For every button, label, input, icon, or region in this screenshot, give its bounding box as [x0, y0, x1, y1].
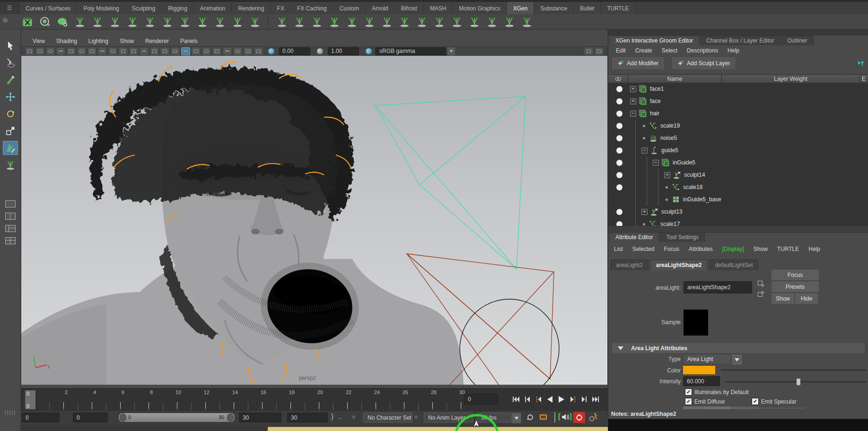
ae-menu-display[interactable]: [Display] [718, 246, 749, 252]
comb-right-icon[interactable] [363, 15, 376, 28]
lights-icon[interactable] [202, 47, 211, 55]
type-dropdown[interactable]: Area Light [683, 354, 731, 364]
visibility-column-header[interactable] [608, 75, 628, 83]
select-tool[interactable] [3, 39, 18, 53]
shelf-tab-curves-surfaces[interactable]: Curves / Surfaces [19, 2, 77, 14]
tree-row-face[interactable]: +face [608, 95, 868, 107]
grease-pencil-icon[interactable] [88, 47, 96, 55]
illuminates-checkbox[interactable] [685, 388, 692, 396]
expand-icon[interactable]: + [630, 86, 636, 92]
shelf-tab-rigging[interactable]: Rigging [162, 2, 194, 14]
vp-menu-renderer[interactable]: Renderer [140, 38, 174, 44]
strand-cut-icon[interactable] [231, 15, 244, 28]
smooth-brush-icon[interactable] [398, 15, 411, 28]
safe-action-icon[interactable] [150, 47, 159, 55]
panel-splitter[interactable] [608, 226, 868, 233]
emit-specular-checkbox[interactable] [752, 398, 759, 405]
copy-tab-icon[interactable] [756, 289, 765, 299]
playback-speed-slider[interactable] [554, 412, 555, 422]
notes-splitter[interactable] [705, 408, 805, 408]
gate-mask-icon[interactable] [129, 47, 138, 55]
emit-diffuse-checkbox[interactable] [685, 398, 692, 405]
animation-preferences-icon[interactable] [588, 413, 599, 424]
tree-row-inguide5[interactable]: −inGuide5 [608, 156, 868, 169]
current-time-field[interactable]: 0 [464, 394, 498, 405]
gamma-icon[interactable] [317, 48, 323, 54]
last-used-tool[interactable] [3, 158, 18, 172]
playblast-icon[interactable] [539, 413, 549, 422]
grass-add-icon[interactable] [73, 15, 87, 28]
three-pane-layout[interactable] [4, 224, 17, 233]
collapse-icon[interactable]: − [641, 147, 648, 154]
shelf-tab-turtle[interactable]: TURTLE [601, 2, 635, 14]
part-brush-icon[interactable] [161, 15, 174, 28]
type-dropdown-arrow-icon[interactable] [731, 354, 743, 365]
node-tab-defaultlightset[interactable]: defaultLightSet [709, 259, 758, 270]
comb-left-icon[interactable] [345, 15, 359, 28]
timeline-tick-28[interactable]: 28 [404, 389, 433, 411]
shelf-tab-bullet[interactable]: Bullet [574, 2, 601, 14]
shelf-tab-mash[interactable]: MASH [424, 2, 453, 14]
step-back-frame-button[interactable] [522, 395, 532, 404]
load-attributes-icon[interactable] [756, 279, 765, 288]
name-column-header[interactable]: Name [628, 75, 722, 83]
grass-noise-icon[interactable] [310, 15, 324, 28]
ae-menu-list[interactable]: List [609, 246, 628, 252]
film-gate-icon[interactable] [108, 47, 117, 55]
single-pane-layout[interactable] [4, 199, 17, 208]
show-button[interactable]: Show [771, 293, 795, 304]
timeline-tick-26[interactable]: 26 [376, 389, 404, 411]
shelf-tab-arnold[interactable]: Arnold [366, 2, 395, 14]
range-slider[interactable]: 0 30 [118, 413, 235, 422]
add-modifier-button[interactable]: Add Modifier [611, 57, 665, 70]
focus-button[interactable]: Focus [771, 269, 819, 281]
lock-camera-icon[interactable] [35, 47, 44, 55]
expand-icon[interactable]: + [630, 98, 636, 104]
textured-icon[interactable] [192, 47, 201, 55]
vp-menu-shading[interactable]: Shading [52, 38, 82, 44]
intensity-field[interactable]: 60.000 [683, 376, 720, 386]
timeline-tick-16[interactable]: 16 [234, 389, 263, 411]
step-back-key-button[interactable] [534, 395, 544, 404]
tab-attribute-editor[interactable]: Attribute Editor [609, 232, 659, 242]
tree-row-sculpt14[interactable]: +sculpt14 [608, 169, 868, 181]
collapse-icon[interactable]: − [630, 111, 636, 117]
timeline-tick-10[interactable]: 10 [149, 389, 177, 411]
playback-end-field[interactable]: 30 [239, 413, 281, 422]
gear-icon[interactable] [2, 17, 9, 25]
tree-row-scale17[interactable]: scale17 [608, 218, 868, 226]
solo-toggle[interactable] [616, 110, 623, 117]
play-forwards-button[interactable] [556, 395, 566, 404]
vp-menu-view[interactable]: View [28, 38, 50, 44]
shelf-tab-motion-graphics[interactable]: Motion Graphics [453, 2, 507, 14]
four-pane-layout[interactable] [4, 236, 17, 245]
timeline-tick-6[interactable]: 6 [92, 389, 121, 411]
view-transform-arrow-icon[interactable]: ▼ [447, 47, 455, 55]
timeline-tick-14[interactable]: 14 [206, 389, 234, 411]
tab-outliner[interactable]: Outliner [781, 35, 814, 45]
width-brush-icon[interactable] [196, 15, 209, 28]
expand-icon[interactable]: + [664, 172, 670, 178]
depth-of-field-icon[interactable] [254, 47, 263, 55]
two-pane-layout[interactable] [4, 212, 17, 220]
groom-menu-create[interactable]: Create [631, 47, 657, 54]
resolution-gate-icon[interactable] [119, 47, 128, 55]
timeline-tick-12[interactable]: 12 [177, 389, 206, 411]
step-forward-key-button[interactable] [568, 395, 578, 404]
solo-toggle[interactable] [616, 147, 623, 154]
arealight-name-field[interactable]: areaLightShape2 [684, 281, 752, 293]
timeline-tick-2[interactable]: 2 [35, 389, 64, 411]
auto-keyframe-icon[interactable] [573, 412, 585, 423]
tree-row-scale18[interactable]: scale18 [608, 181, 868, 193]
isolate-select-icon[interactable] [584, 47, 593, 55]
shelf-tab-sculpting[interactable]: Sculpting [126, 2, 162, 14]
create-description-icon[interactable] [38, 15, 52, 28]
shelf-tab-substance[interactable]: Substance [534, 2, 574, 14]
hide-button[interactable]: Hide [795, 293, 818, 304]
gate-opacity-icon[interactable] [595, 47, 604, 55]
tree-row-inguide5-base[interactable]: inGuide5_base [608, 193, 868, 206]
tree-row-sculpt13[interactable]: +sculpt13 [608, 206, 868, 218]
layer-weight-column-header[interactable]: Layer Weight [722, 75, 860, 83]
current-frame-marker[interactable]: 0 0 [25, 390, 35, 409]
freeze-strands-icon[interactable] [503, 15, 516, 28]
